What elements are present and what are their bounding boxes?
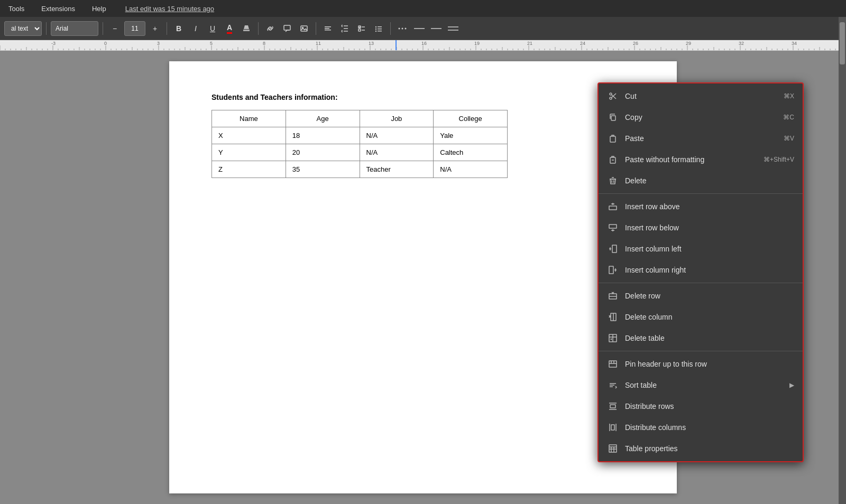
menu-item-delete-col[interactable]: Delete column	[599, 306, 803, 328]
toolbar-extra-1[interactable]	[412, 21, 427, 36]
menu-tools[interactable]: Tools	[5, 4, 27, 14]
italic-button[interactable]: I	[188, 21, 203, 36]
cell-y-college[interactable]: Caltech	[434, 144, 508, 161]
svg-rect-72	[611, 425, 614, 430]
menu-item-insert-col-right[interactable]: Insert column right	[599, 259, 803, 281]
link-button[interactable]	[263, 21, 278, 36]
menu-item-cut[interactable]: Cut ⌘X	[599, 86, 803, 107]
delete-table-label: Delete table	[625, 334, 794, 342]
pin-header-label: Pin header up to this row	[625, 360, 794, 368]
menu-help[interactable]: Help	[89, 4, 109, 14]
menu-item-paste-nofmt[interactable]: Paste without formatting ⌘+Shift+V	[599, 149, 803, 170]
divider-3	[167, 22, 167, 35]
scrollbar-vertical[interactable]	[839, 17, 846, 504]
menu-item-insert-col-left[interactable]: Insert column left	[599, 238, 803, 259]
menu-item-delete-table[interactable]: Delete table	[599, 328, 803, 349]
style-select[interactable]: al text	[4, 21, 42, 36]
font-color-button[interactable]: A	[222, 21, 237, 36]
divider-6	[390, 22, 391, 35]
copy-shortcut: ⌘C	[783, 114, 794, 121]
svg-rect-73	[609, 445, 617, 452]
svg-rect-0	[243, 30, 250, 31]
cell-x-name[interactable]: X	[212, 127, 286, 144]
top-menu-bar: Tools Extensions Help Last edit was 15 m…	[0, 0, 846, 17]
delete-row-label: Delete row	[625, 292, 794, 300]
font-size-input[interactable]	[124, 21, 145, 36]
svg-rect-41	[612, 245, 617, 253]
svg-point-18	[399, 27, 400, 29]
table-row[interactable]: Y 20 N/A Caltech	[212, 144, 508, 161]
cell-z-college[interactable]: N/A	[434, 161, 508, 178]
menu-item-insert-row-above[interactable]: Insert row above	[599, 196, 803, 217]
menu-item-delete-row[interactable]: Delete row	[599, 285, 803, 306]
cell-z-job[interactable]: Teacher	[360, 161, 434, 178]
image-button[interactable]	[297, 21, 311, 36]
cut-label: Cut	[625, 92, 773, 100]
cell-y-name[interactable]: Y	[212, 144, 286, 161]
align-button[interactable]	[320, 21, 335, 36]
menu-item-distribute-rows[interactable]: Distribute rows	[599, 396, 803, 417]
table-props-label: Table properties	[625, 444, 794, 453]
menu-item-copy[interactable]: Copy ⌘C	[599, 107, 803, 128]
insert-col-left-label: Insert column left	[625, 245, 794, 253]
svg-rect-7	[325, 30, 331, 31]
svg-point-25	[610, 97, 612, 99]
divider-menu-1	[599, 193, 803, 194]
cell-x-job[interactable]: N/A	[360, 127, 434, 144]
cell-y-job[interactable]: N/A	[360, 144, 434, 161]
ruler	[0, 40, 846, 51]
divider-4	[258, 22, 259, 35]
cell-y-age[interactable]: 20	[286, 144, 360, 161]
menu-item-delete[interactable]: Delete	[599, 170, 803, 191]
toolbar-extra-2[interactable]	[429, 21, 444, 36]
insert-col-right-label: Insert column right	[625, 266, 794, 274]
menu-item-table-props[interactable]: Table properties	[599, 438, 803, 459]
toolbar-extra-3[interactable]	[446, 21, 461, 36]
svg-point-26	[610, 93, 612, 95]
paste-nofmt-icon	[607, 154, 619, 165]
table-row[interactable]: X 18 N/A Yale	[212, 127, 508, 144]
menu-item-sort-table[interactable]: Sort table ▶	[599, 375, 803, 396]
paste-icon	[607, 133, 619, 144]
table-row[interactable]: Z 35 Teacher N/A	[212, 161, 508, 178]
svg-rect-22	[431, 28, 442, 29]
delete-table-icon	[607, 332, 619, 344]
checklist-button[interactable]	[354, 21, 369, 36]
comment-button[interactable]	[280, 21, 295, 36]
svg-point-12	[375, 26, 376, 27]
menu-item-paste[interactable]: Paste ⌘V	[599, 128, 803, 149]
font-size-increase[interactable]: +	[148, 21, 162, 36]
divider-menu-2	[599, 283, 803, 283]
cell-z-age[interactable]: 35	[286, 161, 360, 178]
spacing-button[interactable]	[337, 21, 352, 36]
more-options-button[interactable]	[395, 21, 410, 36]
cell-x-college[interactable]: Yale	[434, 127, 508, 144]
menu-item-distribute-cols[interactable]: Distribute columns	[599, 417, 803, 438]
copy-label: Copy	[625, 113, 773, 122]
list-button[interactable]	[371, 21, 386, 36]
document-table[interactable]: Name Age Job College X 18 N/A Yale Y 20 …	[212, 110, 508, 178]
svg-point-13	[375, 28, 376, 29]
svg-rect-69	[610, 405, 615, 408]
svg-rect-38	[609, 225, 617, 228]
highlight-button[interactable]	[239, 21, 254, 36]
font-size-decrease[interactable]: −	[107, 21, 122, 36]
bold-button[interactable]: B	[171, 21, 186, 36]
scrollbar-thumb[interactable]	[840, 22, 845, 64]
cell-z-name[interactable]: Z	[212, 161, 286, 178]
font-name-input[interactable]	[51, 21, 98, 36]
sort-table-label: Sort table	[625, 381, 784, 389]
distribute-cols-label: Distribute columns	[625, 423, 794, 432]
paste-nofmt-label: Paste without formatting	[625, 155, 753, 164]
divider-menu-3	[599, 351, 803, 351]
col-header-college: College	[434, 110, 508, 127]
svg-point-14	[375, 30, 376, 31]
menu-item-pin-header[interactable]: Pin header up to this row	[599, 353, 803, 375]
menu-extensions[interactable]: Extensions	[38, 4, 78, 14]
paste-nofmt-shortcut: ⌘+Shift+V	[764, 156, 794, 163]
insert-col-left-icon	[607, 243, 619, 255]
table-header-row: Name Age Job College	[212, 110, 508, 127]
underline-button[interactable]: U	[205, 21, 220, 36]
cell-x-age[interactable]: 18	[286, 127, 360, 144]
menu-item-insert-row-below[interactable]: Insert row below	[599, 217, 803, 238]
